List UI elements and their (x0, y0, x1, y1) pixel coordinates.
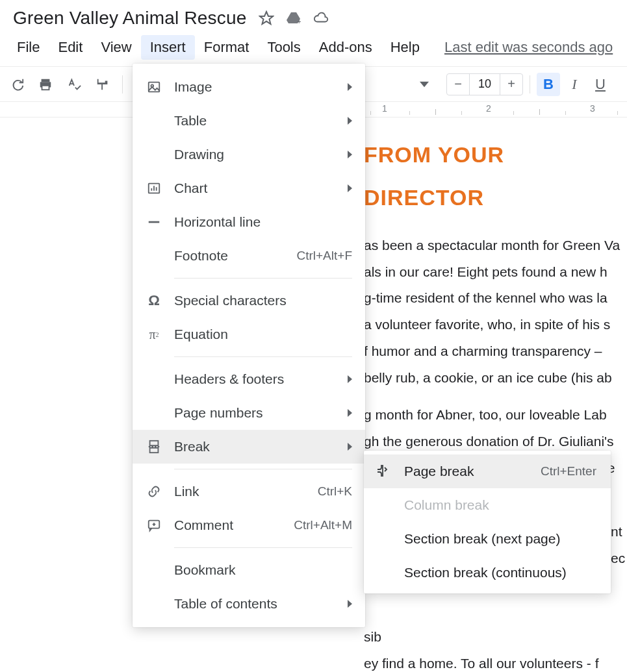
title-bar: Green Valley Animal Rescue + (0, 0, 627, 31)
menu-label: Footnote (174, 248, 285, 264)
break-section-continuous[interactable]: Section break (continuous) (364, 556, 611, 590)
submenu-arrow-icon (348, 443, 352, 451)
insert-image[interactable]: Image (133, 70, 365, 104)
submenu-arrow-icon (348, 600, 352, 608)
italic-button[interactable]: I (563, 73, 586, 96)
break-page[interactable]: Page break Ctrl+Enter (364, 454, 611, 488)
insert-page-numbers[interactable]: Page numbers (133, 396, 365, 430)
last-edit-link[interactable]: Last edit was seconds ago (444, 39, 613, 56)
insert-headers-footers[interactable]: Headers & footers (133, 362, 365, 396)
insert-horizontal-line[interactable]: Horizontal line (133, 205, 365, 239)
menu-label: Bookmark (174, 562, 352, 578)
blank-icon (146, 595, 162, 612)
link-icon (146, 483, 162, 500)
image-icon (146, 79, 162, 95)
insert-bookmark[interactable]: Bookmark (133, 553, 365, 587)
menu-label: Image (174, 79, 336, 95)
svg-rect-11 (150, 448, 159, 453)
menu-separator (174, 278, 352, 279)
document-paragraph: as been a spectacular month for Green Va… (364, 232, 627, 392)
menu-label: Equation (174, 327, 352, 342)
shortcut-label: Ctrl+K (318, 484, 352, 499)
submenu-arrow-icon (348, 151, 352, 158)
submenu-arrow-icon (348, 83, 352, 91)
blank-icon (146, 404, 162, 421)
menu-label: Special characters (174, 293, 352, 308)
underline-button[interactable]: U (589, 73, 612, 96)
menu-label: Table (174, 113, 336, 129)
insert-table[interactable]: Table (133, 104, 365, 138)
menu-label: Break (174, 439, 336, 454)
dropdown-caret-icon[interactable] (411, 73, 437, 96)
insert-equation[interactable]: π2 Equation (133, 317, 365, 351)
insert-link[interactable]: Link Ctrl+K (133, 475, 365, 508)
menu-label: Page break (404, 464, 541, 479)
menu-label: Drawing (174, 147, 336, 162)
menu-insert[interactable]: Insert (141, 35, 195, 60)
menu-label: Headers & footers (174, 371, 336, 387)
ruler-number: 2 (486, 103, 491, 114)
break-column: Column break (364, 488, 611, 522)
toolbar-separator (122, 75, 123, 93)
menu-file[interactable]: File (8, 35, 49, 60)
blank-icon (146, 562, 162, 579)
star-icon[interactable] (259, 10, 274, 26)
menu-separator (174, 547, 352, 548)
shortcut-label: Ctrl+Enter (541, 464, 596, 479)
paint-format-icon[interactable] (90, 73, 116, 96)
menu-separator (174, 356, 352, 357)
submenu-arrow-icon (348, 409, 352, 417)
menu-separator (174, 469, 352, 469)
menu-label: Section break (next page) (404, 531, 596, 547)
insert-special-characters[interactable]: Ω Special characters (133, 284, 365, 317)
spellcheck-icon[interactable] (61, 73, 87, 96)
svg-rect-5 (149, 82, 160, 92)
svg-rect-9 (150, 441, 159, 445)
document-title[interactable]: Green Valley Animal Rescue (13, 8, 247, 29)
ruler-number: 1 (382, 103, 387, 114)
svg-rect-4 (42, 85, 49, 89)
menu-tools[interactable]: Tools (258, 35, 309, 60)
menu-label: Link (174, 484, 306, 499)
menu-label: Horizontal line (174, 214, 352, 230)
menu-label: Chart (174, 180, 336, 196)
submenu-arrow-icon (348, 184, 352, 192)
menu-label: Section break (continuous) (404, 565, 596, 580)
print-icon[interactable] (32, 73, 58, 96)
menu-edit[interactable]: Edit (49, 35, 92, 60)
pi-icon: π2 (146, 326, 162, 343)
insert-chart[interactable]: Chart (133, 171, 365, 205)
redo-icon[interactable] (4, 73, 30, 96)
blank-icon (146, 247, 162, 264)
horizontal-line-icon (146, 214, 162, 230)
svg-marker-0 (260, 12, 273, 24)
insert-menu-dropdown: Image Table Drawing Chart Horizontal lin… (133, 64, 365, 627)
toolbar-separator (530, 75, 530, 93)
menu-format[interactable]: Format (195, 35, 259, 60)
insert-footnote[interactable]: Footnote Ctrl+Alt+F (133, 239, 365, 273)
blank-icon (146, 146, 162, 163)
svg-rect-2 (42, 79, 50, 82)
menu-addons[interactable]: Add-ons (310, 35, 381, 60)
insert-break[interactable]: Break (133, 430, 365, 464)
drive-icon[interactable]: + (286, 10, 301, 26)
insert-comment[interactable]: Comment Ctrl+Alt+M (133, 508, 365, 542)
menu-help[interactable]: Help (381, 35, 429, 60)
break-section-next-page[interactable]: Section break (next page) (364, 522, 611, 556)
menu-label: Table of contents (174, 596, 336, 612)
page-break-icon (146, 438, 162, 455)
submenu-arrow-icon (348, 375, 352, 383)
font-size-increase[interactable]: + (500, 74, 522, 95)
cloud-icon[interactable] (313, 10, 329, 26)
font-size-value[interactable]: 10 (469, 74, 500, 95)
menu-view[interactable]: View (92, 35, 140, 60)
comment-icon (146, 517, 162, 534)
ruler-number: 3 (590, 103, 595, 114)
document-paragraph: sib ey find a home. To all our volunteer… (364, 624, 627, 672)
bold-button[interactable]: B (537, 73, 560, 96)
chart-icon (146, 180, 162, 197)
insert-table-of-contents[interactable]: Table of contents (133, 587, 365, 621)
insert-drawing[interactable]: Drawing (133, 138, 365, 171)
font-size-decrease[interactable]: − (447, 74, 469, 95)
omega-icon: Ω (146, 292, 162, 309)
